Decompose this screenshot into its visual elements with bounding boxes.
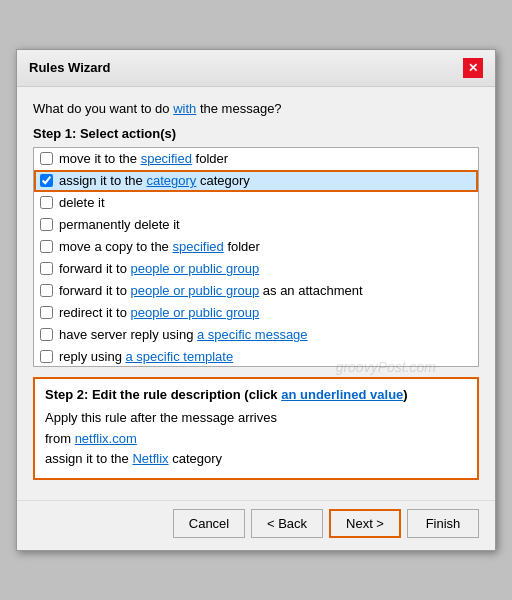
delete-checkbox[interactable] bbox=[40, 196, 53, 209]
netflix-link[interactable]: Netflix bbox=[132, 451, 168, 466]
step1-label: Step 1: Select action(s) bbox=[33, 126, 479, 141]
reply-template-checkbox[interactable] bbox=[40, 350, 53, 363]
main-question: What do you want to do with the message? bbox=[33, 101, 479, 116]
specific-template-link[interactable]: a specific template bbox=[125, 349, 233, 364]
list-item-assign-category[interactable]: assign it to the category category bbox=[34, 170, 478, 192]
specific-message-link[interactable]: a specific message bbox=[197, 327, 308, 342]
list-item[interactable]: redirect it to people or public group bbox=[34, 302, 478, 324]
underlined-value-link[interactable]: an underlined value bbox=[281, 387, 403, 402]
list-item[interactable]: delete it bbox=[34, 192, 478, 214]
server-reply-checkbox[interactable] bbox=[40, 328, 53, 341]
step2-label: Step 2: Edit the rule description (click… bbox=[45, 387, 467, 402]
dialog-title: Rules Wizard bbox=[29, 60, 111, 75]
list-item[interactable]: forward it to people or public group bbox=[34, 258, 478, 280]
list-item[interactable]: have server reply using a specific messa… bbox=[34, 324, 478, 346]
next-button[interactable]: Next > bbox=[329, 509, 401, 538]
list-item[interactable]: forward it to people or public group as … bbox=[34, 280, 478, 302]
list-item[interactable]: move it to the specified folder bbox=[34, 148, 478, 170]
redirect-checkbox[interactable] bbox=[40, 306, 53, 319]
dialog-body: What do you want to do with the message?… bbox=[17, 87, 495, 500]
specified-link[interactable]: specified bbox=[141, 151, 192, 166]
back-button[interactable]: < Back bbox=[251, 509, 323, 538]
title-bar: Rules Wizard ✕ bbox=[17, 50, 495, 87]
step2-line3: assign it to the Netflix category bbox=[45, 449, 467, 470]
list-item[interactable]: move a copy to the specified folder bbox=[34, 236, 478, 258]
step2-content: Apply this rule after the message arrive… bbox=[45, 408, 467, 470]
assign-category-checkbox[interactable] bbox=[40, 174, 53, 187]
people-link[interactable]: people or public group bbox=[131, 261, 260, 276]
perm-delete-checkbox[interactable] bbox=[40, 218, 53, 231]
people-redirect-link[interactable]: people or public group bbox=[131, 305, 260, 320]
netflix-com-link[interactable]: netflix.com bbox=[75, 431, 137, 446]
step2-line1: Apply this rule after the message arrive… bbox=[45, 408, 467, 429]
people-attach-link[interactable]: people or public group bbox=[131, 283, 260, 298]
cancel-button[interactable]: Cancel bbox=[173, 509, 245, 538]
close-button[interactable]: ✕ bbox=[463, 58, 483, 78]
forward-people-checkbox[interactable] bbox=[40, 262, 53, 275]
button-row: Cancel < Back Next > Finish bbox=[17, 500, 495, 550]
with-link[interactable]: with bbox=[173, 101, 196, 116]
rules-wizard-dialog: Rules Wizard ✕ What do you want to do wi… bbox=[16, 49, 496, 551]
move-copy-checkbox[interactable] bbox=[40, 240, 53, 253]
action-list[interactable]: move it to the specified folder assign i… bbox=[33, 147, 479, 367]
step2-box: Step 2: Edit the rule description (click… bbox=[33, 377, 479, 480]
category-link[interactable]: category bbox=[146, 173, 196, 188]
list-item[interactable]: permanently delete it bbox=[34, 214, 478, 236]
finish-button[interactable]: Finish bbox=[407, 509, 479, 538]
forward-attach-checkbox[interactable] bbox=[40, 284, 53, 297]
specified-copy-link[interactable]: specified bbox=[172, 239, 223, 254]
step2-line2: from netflix.com bbox=[45, 429, 467, 450]
move-specified-checkbox[interactable] bbox=[40, 152, 53, 165]
list-item[interactable]: reply using a specific template bbox=[34, 346, 478, 367]
